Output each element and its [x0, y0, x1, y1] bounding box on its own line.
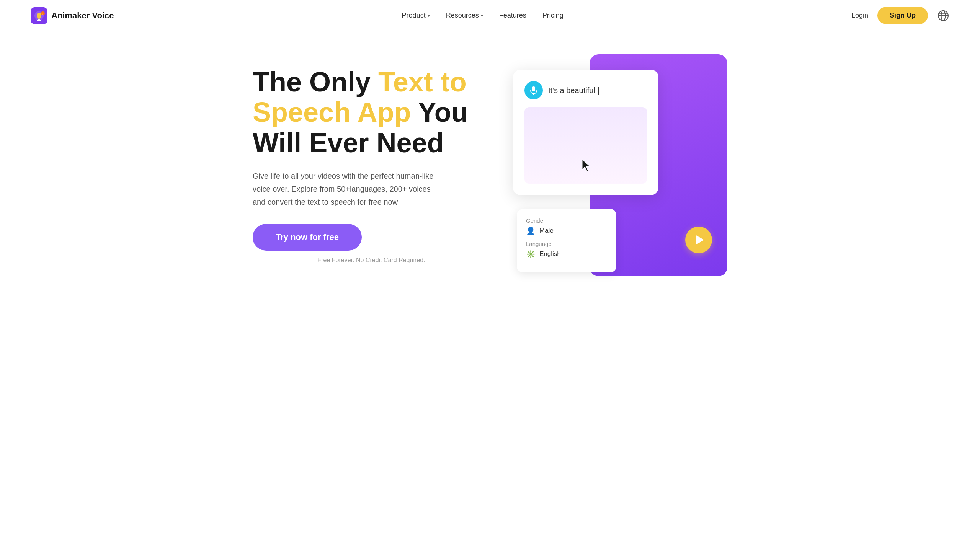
logo-icon: ♪ — [31, 7, 47, 24]
nav-links: Product ▾ Resources ▾ Features Pricing — [402, 11, 564, 20]
hero-section: The Only Text to Speech App You Will Eve… — [222, 31, 758, 307]
card-header: It's a beautiful — [524, 81, 647, 99]
svg-text:♪: ♪ — [42, 13, 43, 15]
typing-text: It's a beautiful — [548, 86, 599, 95]
gender-label: Gender — [526, 217, 607, 224]
svg-rect-4 — [37, 20, 41, 21]
gender-value-row: 👤 Male — [526, 226, 607, 235]
text-input-card: It's a beautiful — [513, 70, 658, 195]
free-note: Free Forever. No Credit Card Required. — [253, 257, 490, 264]
nav-pricing[interactable]: Pricing — [542, 11, 564, 20]
play-button[interactable] — [685, 227, 712, 253]
language-icon: ✳️ — [526, 249, 536, 259]
hero-title: The Only Text to Speech App You Will Eve… — [253, 67, 490, 158]
nav-features[interactable]: Features — [499, 11, 526, 20]
language-row: Language ✳️ English — [526, 241, 607, 259]
resources-chevron: ▾ — [481, 13, 483, 18]
hero-description: Give life to all your videos with the pe… — [253, 170, 444, 209]
signup-button[interactable]: Sign Up — [877, 7, 928, 24]
text-cursor — [598, 87, 599, 95]
hero-right: It's a beautiful Gender 👤 Male Language … — [513, 54, 727, 276]
svg-point-2 — [37, 13, 41, 19]
try-free-button[interactable]: Try now for free — [253, 224, 362, 251]
cursor-decoration — [581, 159, 592, 174]
settings-card: Gender 👤 Male Language ✳️ English — [517, 209, 616, 272]
logo-text: Animaker Voice — [51, 11, 114, 21]
gender-row: Gender 👤 Male — [526, 217, 607, 235]
mic-icon-circle — [524, 81, 543, 99]
product-chevron: ▾ — [428, 13, 430, 18]
nav-resources[interactable]: Resources ▾ — [446, 11, 483, 20]
hero-left: The Only Text to Speech App You Will Eve… — [253, 67, 490, 264]
navbar: ♪ Animaker Voice Product ▾ Resources ▾ F… — [0, 0, 980, 31]
nav-product[interactable]: Product ▾ — [402, 11, 430, 20]
language-label: Language — [526, 241, 607, 247]
nav-actions: Login Sign Up — [851, 7, 949, 24]
logo[interactable]: ♪ Animaker Voice — [31, 7, 114, 24]
mic-icon — [529, 85, 539, 95]
person-icon: 👤 — [526, 226, 536, 235]
play-triangle-icon — [696, 235, 704, 245]
svg-rect-12 — [532, 86, 535, 91]
globe-icon[interactable] — [937, 10, 949, 22]
cta-area: Try now for free Free Forever. No Credit… — [253, 224, 490, 264]
language-value-row: ✳️ English — [526, 249, 607, 259]
login-button[interactable]: Login — [851, 11, 868, 20]
